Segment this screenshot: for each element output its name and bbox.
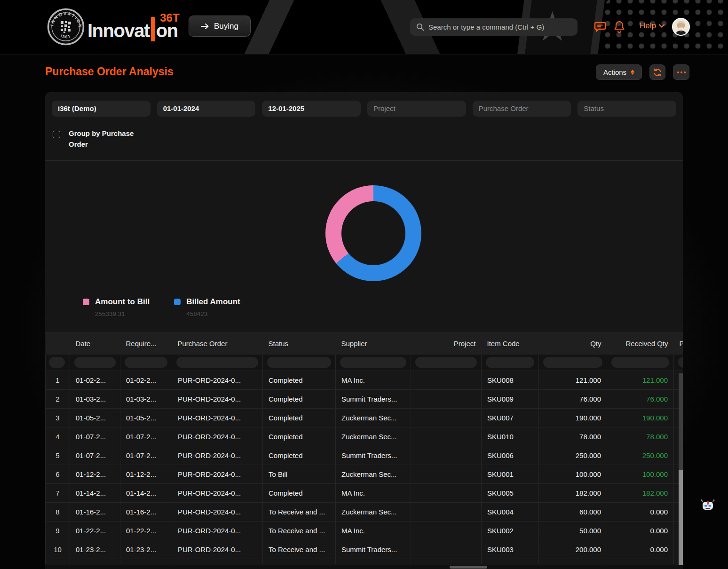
filter-input-purchase-order[interactable]: Purchase Order: [473, 101, 571, 117]
cell-po[interactable]: PUR-ORD-2024-0...: [172, 409, 263, 427]
cell-supplier[interactable]: MA Inc.: [336, 484, 411, 503]
column-filter-idx[interactable]: [49, 357, 65, 368]
cell-date[interactable]: 01-03-2...: [70, 390, 120, 409]
table-row[interactable]: 1001-23-2...01-23-2...PUR-ORD-2024-0...T…: [46, 540, 683, 559]
column-header-idx[interactable]: [46, 333, 70, 355]
cell-required[interactable]: 01-23-2...: [120, 540, 172, 559]
table-row[interactable]: 201-03-2...01-03-2...PUR-ORD-2024-0...Co…: [46, 390, 683, 409]
cell-received[interactable]: 76.000: [607, 390, 674, 409]
column-header-item[interactable]: Item Code: [482, 333, 539, 355]
cell-status[interactable]: To Receive and ...: [263, 522, 336, 540]
cell-item[interactable]: SKU006: [482, 446, 539, 465]
cell-idx[interactable]: 4: [46, 427, 70, 446]
cell-status[interactable]: Completed: [263, 446, 336, 465]
cell-qty[interactable]: 121.000: [539, 371, 607, 390]
cell-received[interactable]: 121.000: [607, 371, 674, 390]
horizontal-scrollbar-track[interactable]: [45, 565, 683, 569]
cell-date[interactable]: 01-14-2...: [70, 484, 120, 503]
column-filter-status[interactable]: [267, 357, 331, 368]
column-filter-item[interactable]: [486, 357, 534, 368]
cell-status[interactable]: Completed: [263, 484, 336, 503]
table-row[interactable]: 401-07-2...01-07-2...PUR-ORD-2024-0...Co…: [46, 427, 683, 446]
column-header-status[interactable]: Status: [263, 333, 336, 355]
column-header-received[interactable]: Received Qty: [607, 333, 674, 355]
cell-required[interactable]: 01-03-2...: [120, 390, 172, 409]
filter-input-company[interactable]: i36t (Demo): [52, 101, 150, 117]
cell-qty[interactable]: 50.000: [539, 522, 607, 540]
global-search-input[interactable]: Search or type a command (Ctrl + G): [410, 18, 578, 36]
cell-idx[interactable]: 6: [46, 465, 70, 484]
cell-date[interactable]: 01-16-2...: [70, 503, 120, 522]
cell-item[interactable]: SKU008: [482, 371, 539, 390]
column-filter-qty[interactable]: [543, 357, 602, 368]
cell-status[interactable]: Completed: [263, 390, 336, 409]
cell-date[interactable]: 01-07-2...: [70, 446, 120, 465]
filter-input-status[interactable]: Status: [578, 101, 676, 117]
cell-item[interactable]: SKU007: [482, 409, 539, 427]
cell-item[interactable]: SKU004: [482, 503, 539, 522]
cell-status[interactable]: To Bill: [263, 465, 336, 484]
brand-wordmark[interactable]: Innovaton 36T: [87, 17, 178, 41]
cell-status[interactable]: Completed: [263, 427, 336, 446]
cell-po[interactable]: PUR-ORD-2024-0...: [172, 503, 263, 522]
cell-idx[interactable]: 5: [46, 446, 70, 465]
cell-idx[interactable]: 3: [46, 409, 70, 427]
table-row[interactable]: 601-12-2...01-12-2...PUR-ORD-2024-0...To…: [46, 465, 683, 484]
cell-project[interactable]: [411, 446, 482, 465]
cell-received[interactable]: 0.000: [607, 503, 674, 522]
cell-item[interactable]: SKU010: [482, 427, 539, 446]
cell-required[interactable]: 01-22-2...: [120, 522, 172, 540]
cell-supplier[interactable]: Zuckerman Sec...: [336, 409, 411, 427]
filter-input-to-date[interactable]: 12-01-2025: [262, 101, 361, 117]
cell-qty[interactable]: 100.000: [539, 465, 607, 484]
cell-project[interactable]: [411, 409, 482, 427]
user-avatar[interactable]: [672, 18, 690, 36]
cell-supplier[interactable]: Summit Traders...: [336, 540, 411, 559]
cell-required[interactable]: 01-07-2...: [120, 427, 172, 446]
cell-item[interactable]: SKU001: [482, 465, 539, 484]
cell-idx[interactable]: 9: [46, 522, 70, 540]
table-row[interactable]: 801-16-2...01-16-2...PUR-ORD-2024-0...To…: [46, 503, 683, 522]
cell-po[interactable]: PUR-ORD-2024-0...: [172, 522, 263, 540]
cell-item[interactable]: SKU003: [482, 540, 539, 559]
cell-supplier[interactable]: Zuckerman Sec...: [336, 503, 411, 522]
cell-idx[interactable]: 10: [46, 540, 70, 559]
cell-project[interactable]: [411, 540, 482, 559]
cell-idx[interactable]: 8: [46, 503, 70, 522]
vertical-scrollbar-thumb[interactable]: [679, 470, 683, 569]
table-row[interactable]: 901-22-2...01-22-2...PUR-ORD-2024-0...To…: [46, 522, 683, 540]
cell-project[interactable]: [411, 371, 482, 390]
column-header-po[interactable]: Purchase Order: [172, 333, 263, 355]
cell-status[interactable]: To Receive and ...: [263, 503, 336, 522]
cell-required[interactable]: 01-16-2...: [120, 503, 172, 522]
filter-input-project[interactable]: Project: [367, 101, 466, 117]
column-header-supplier[interactable]: Supplier: [336, 333, 411, 355]
cell-po[interactable]: PUR-ORD-2024-0...: [172, 540, 263, 559]
cell-project[interactable]: [411, 484, 482, 503]
chat-icon[interactable]: [594, 21, 606, 33]
cell-date[interactable]: 01-23-2...: [70, 540, 120, 559]
cell-status[interactable]: To Receive and ...: [263, 540, 336, 559]
column-header-qty[interactable]: Qty: [539, 333, 607, 355]
cell-required[interactable]: 01-12-2...: [120, 465, 172, 484]
help-menu[interactable]: Help: [640, 21, 665, 31]
cell-qty[interactable]: 76.000: [539, 390, 607, 409]
cell-date[interactable]: 01-22-2...: [70, 522, 120, 540]
column-filter-date[interactable]: [74, 357, 116, 368]
cell-qty[interactable]: 200.000: [539, 540, 607, 559]
cell-date[interactable]: 01-05-2...: [70, 409, 120, 427]
cell-idx[interactable]: 2: [46, 390, 70, 409]
cell-project[interactable]: [411, 427, 482, 446]
cell-supplier[interactable]: Zuckerman Sec...: [336, 465, 411, 484]
cell-supplier[interactable]: Summit Traders...: [336, 390, 411, 409]
cell-required[interactable]: 01-05-2...: [120, 409, 172, 427]
cell-qty[interactable]: 60.000: [539, 503, 607, 522]
cell-supplier[interactable]: MA Inc.: [336, 522, 411, 540]
cell-po[interactable]: PUR-ORD-2024-0...: [172, 465, 263, 484]
cell-idx[interactable]: 7: [46, 484, 70, 503]
cell-date[interactable]: 01-12-2...: [70, 465, 120, 484]
table-row[interactable]: 301-05-2...01-05-2...PUR-ORD-2024-0...Co…: [46, 409, 683, 427]
cell-date[interactable]: 01-02-2...: [70, 371, 120, 390]
cell-po[interactable]: PUR-ORD-2024-0...: [172, 484, 263, 503]
cell-po[interactable]: PUR-ORD-2024-0...: [172, 427, 263, 446]
